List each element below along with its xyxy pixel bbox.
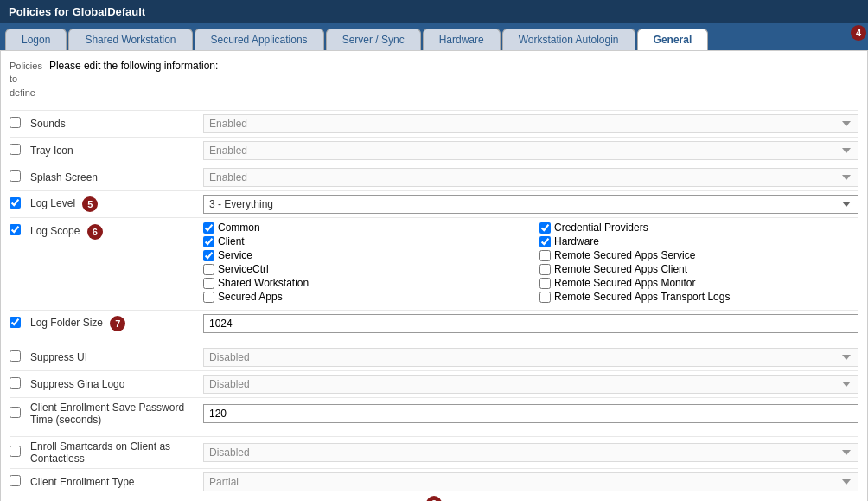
suppress-ui-row: Suppress UI Disabled — [10, 344, 858, 370]
sounds-select[interactable]: Enabled — [203, 114, 858, 133]
client-enrollment-time-row: Client Enrollment Save Password Time (se… — [10, 397, 858, 429]
title-text: Policies for GlobalDefault — [9, 5, 145, 18]
scope-hardware: Hardware — [539, 235, 858, 247]
scope-shared-workstation: Shared Workstation — [203, 277, 522, 289]
scope-hardware-label: Hardware — [554, 235, 599, 247]
tab-general[interactable]: General — [637, 29, 709, 50]
scope-client-checkbox[interactable] — [203, 236, 214, 247]
suppress-gina-logo-checkbox[interactable] — [10, 377, 21, 389]
log-scope-label: Log Scope — [30, 225, 80, 237]
log-level-badge: 5 — [82, 196, 98, 212]
scope-remote-secured-apps-service-checkbox[interactable] — [539, 250, 551, 261]
scope-common-label: Common — [218, 222, 260, 234]
scope-remote-secured-apps-monitor-checkbox[interactable] — [539, 278, 551, 289]
scope-service: Service — [203, 249, 522, 261]
scope-remote-secured-apps-monitor: Remote Secured Apps Monitor — [539, 277, 858, 289]
log-level-select[interactable]: 3 - Everything 0 - None 1 - Errors 2 - W… — [203, 195, 858, 214]
tab-badge: 4 — [851, 25, 866, 41]
scope-hardware-checkbox[interactable] — [539, 236, 551, 247]
tab-logon[interactable]: Logon — [5, 29, 67, 50]
client-enrollment-type-row: Client Enrollment Type Partial — [10, 468, 858, 495]
scope-secured-apps-checkbox[interactable] — [203, 292, 214, 303]
scope-remote-secured-apps-transport-checkbox[interactable] — [539, 292, 551, 303]
scope-credential-providers-label: Credential Providers — [554, 222, 648, 234]
tray-icon-row: Tray Icon Enabled — [10, 137, 858, 164]
scope-remote-secured-apps-client-checkbox[interactable] — [539, 264, 551, 275]
log-folder-size-badge: 7 — [110, 316, 125, 331]
scope-servicectrl-label: ServiceCtrl — [218, 263, 269, 275]
tab-server-sync[interactable]: Server / Sync — [326, 29, 421, 50]
scope-common-checkbox[interactable] — [203, 222, 214, 234]
scope-remote-secured-apps-service-label: Remote Secured Apps Service — [554, 249, 695, 261]
suppress-ui-label: Suppress UI — [30, 351, 87, 363]
suppress-ui-checkbox[interactable] — [10, 350, 21, 362]
client-enrollment-type-checkbox[interactable] — [10, 475, 21, 486]
scope-common: Common — [203, 222, 522, 234]
scope-shared-workstation-label: Shared Workstation — [218, 277, 309, 289]
scope-credential-providers: Credential Providers — [539, 222, 858, 234]
edit-info: Please edit the following information: — [49, 60, 218, 72]
log-folder-size-checkbox[interactable] — [10, 317, 21, 328]
content-area: Policiestodefine Please edit the followi… — [0, 50, 868, 501]
scope-credential-providers-checkbox[interactable] — [539, 222, 551, 234]
sounds-label: Sounds — [30, 118, 66, 130]
scope-remote-secured-apps-client: Remote Secured Apps Client — [539, 263, 858, 275]
tray-icon-select[interactable]: Enabled — [203, 141, 858, 160]
client-enrollment-time-input[interactable] — [203, 404, 858, 423]
client-enrollment-time-checkbox[interactable] — [10, 407, 21, 418]
scope-service-checkbox[interactable] — [203, 250, 214, 261]
log-scope-badge: 6 — [87, 224, 103, 240]
enroll-smartcards-row: Enroll Smartcards on Client as Contactle… — [10, 436, 858, 468]
tabs-container: Logon Shared Workstation Secured Applica… — [0, 23, 868, 50]
scope-secured-apps: Secured Apps — [203, 291, 522, 303]
scope-shared-workstation-checkbox[interactable] — [203, 278, 214, 289]
scope-servicectrl-checkbox[interactable] — [203, 264, 214, 275]
scope-servicectrl: ServiceCtrl — [203, 263, 522, 275]
suppress-ui-select[interactable]: Disabled — [203, 348, 858, 367]
tab-hardware[interactable]: Hardware — [423, 29, 501, 50]
scope-service-label: Service — [218, 249, 252, 261]
scope-remote-secured-apps-monitor-label: Remote Secured Apps Monitor — [554, 277, 695, 289]
policies-header: Policiestodefine Please edit the followi… — [10, 60, 858, 100]
tab-workstation-autologin[interactable]: Workstation Autologin — [502, 29, 635, 50]
splash-screen-checkbox[interactable] — [10, 170, 21, 182]
client-enrollment-type-select[interactable]: Partial — [203, 472, 858, 491]
scope-secured-apps-label: Secured Apps — [218, 291, 283, 303]
suppress-gina-logo-row: Suppress Gina Logo Disabled — [10, 370, 858, 397]
enroll-smartcards-select[interactable]: Disabled — [203, 443, 858, 462]
sounds-row: Sounds Enabled — [10, 110, 858, 137]
policies-label: Policiestodefine — [10, 60, 42, 100]
log-level-row: Log Level 5 3 - Everything 0 - None 1 - … — [10, 190, 858, 217]
title-bar: Policies for GlobalDefault Logon Shared … — [0, 0, 868, 50]
sounds-checkbox[interactable] — [10, 117, 21, 128]
splash-screen-row: Splash Screen Enabled — [10, 164, 858, 190]
splash-screen-select[interactable]: Enabled — [203, 168, 858, 187]
scope-client: Client — [203, 235, 522, 247]
splash-screen-label: Splash Screen — [30, 171, 98, 183]
suppress-gina-logo-label: Suppress Gina Logo — [30, 378, 124, 390]
tab-secured-applications[interactable]: Secured Applications — [195, 29, 324, 50]
tray-icon-checkbox[interactable] — [10, 144, 21, 155]
log-scope-grid: Common Credential Providers Client Hardw… — [203, 222, 858, 303]
scope-remote-secured-apps-transport-label: Remote Secured Apps Transport Logs — [554, 291, 730, 303]
tab-shared-workstation[interactable]: Shared Workstation — [68, 29, 192, 50]
log-folder-size-label: Log Folder Size — [30, 317, 103, 329]
log-folder-size-row: Log Folder Size 7 — [10, 310, 858, 337]
client-enrollment-time-label: Client Enrollment Save Password Time (se… — [30, 401, 184, 426]
enroll-smartcards-checkbox[interactable] — [10, 446, 21, 457]
log-folder-size-input[interactable] — [203, 314, 858, 333]
log-scope-checkbox[interactable] — [10, 224, 21, 235]
scope-remote-secured-apps-service: Remote Secured Apps Service — [539, 249, 858, 261]
scope-client-label: Client — [218, 235, 245, 247]
enroll-smartcards-label: Enroll Smartcards on Client as Contactle… — [30, 440, 170, 465]
tray-icon-label: Tray Icon — [30, 145, 73, 157]
suppress-gina-logo-select[interactable]: Disabled — [203, 375, 858, 394]
scope-remote-secured-apps-client-label: Remote Secured Apps Client — [554, 263, 687, 275]
log-level-label: Log Level — [30, 197, 75, 209]
log-level-checkbox[interactable] — [10, 197, 21, 209]
client-enrollment-type-label: Client Enrollment Type — [30, 476, 135, 488]
log-scope-row: Log Scope 6 Common Credential Providers … — [10, 217, 858, 306]
scope-remote-secured-apps-transport: Remote Secured Apps Transport Logs — [539, 291, 858, 303]
